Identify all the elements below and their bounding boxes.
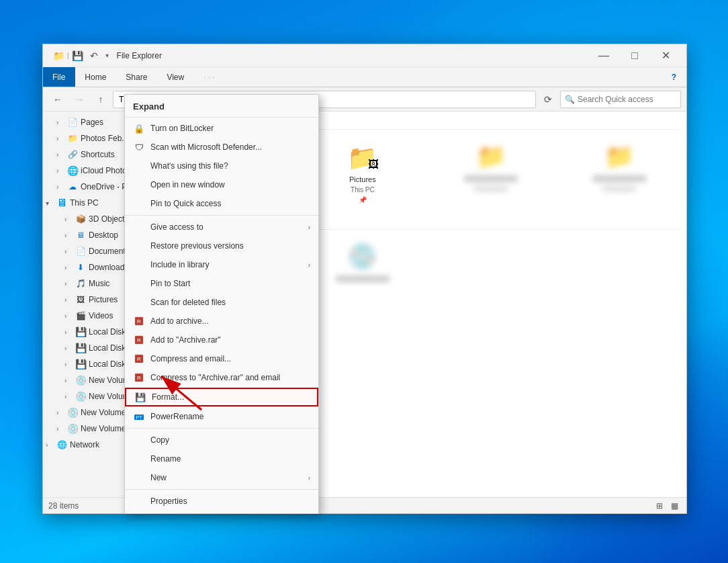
expand-icon: › bbox=[56, 409, 64, 417]
help-button[interactable]: ? bbox=[662, 67, 686, 87]
details-view-button[interactable]: ⊞ bbox=[653, 499, 666, 513]
content-item-pictures[interactable]: 📁 🖼 Pictures This PC 📌 bbox=[301, 135, 424, 209]
ctx-item-bitlocker[interactable]: 🔒 Turn on BitLocker bbox=[125, 119, 318, 138]
volume-f-icon: 💿 bbox=[67, 407, 78, 418]
ctx-label-rename: Rename bbox=[150, 454, 181, 464]
copy-icon bbox=[133, 434, 145, 446]
compress-email-icon: R bbox=[133, 353, 145, 365]
ctx-item-compress-email[interactable]: R Compress and email... bbox=[125, 349, 318, 368]
blurred-name-4 bbox=[592, 175, 646, 182]
folder-icon-qa[interactable]: 📁 bbox=[51, 48, 66, 63]
pin-icon bbox=[133, 198, 145, 210]
svg-text:R: R bbox=[137, 375, 141, 381]
up-button[interactable]: ↑ bbox=[91, 91, 110, 108]
sidebar-item-label: Desktop bbox=[89, 230, 118, 240]
blurred-sub-4 bbox=[602, 186, 636, 191]
expand-icon: › bbox=[56, 425, 64, 433]
folder-icon-4: 📁 bbox=[603, 140, 635, 173]
ctx-item-new[interactable]: New › bbox=[125, 468, 318, 487]
content-item-drive-blurred[interactable]: 💿 bbox=[301, 235, 424, 289]
scan-deleted-icon bbox=[133, 296, 145, 308]
ctx-label-compress-email: Compress and email... bbox=[150, 354, 231, 363]
svg-text:R: R bbox=[137, 337, 141, 343]
icloud-icon: 🌐 bbox=[67, 165, 78, 176]
large-icons-view-button[interactable]: ▦ bbox=[668, 499, 681, 513]
compress-rar-email-icon: R bbox=[133, 372, 145, 384]
ctx-item-open-window[interactable]: Open in new window bbox=[125, 175, 318, 194]
ctx-item-add-archive[interactable]: R Add to archive... bbox=[125, 312, 318, 331]
ctx-label-add-archive: Add to archive... bbox=[150, 316, 209, 326]
minimize-button[interactable]: — bbox=[588, 44, 619, 67]
drive-blurred-icon: 💿 bbox=[347, 241, 379, 273]
documents-icon: 📄 bbox=[75, 246, 86, 257]
pictures-folder-icon: 📁 🖼 bbox=[347, 140, 379, 173]
ctx-item-scan-deleted[interactable]: Scan for deleted files bbox=[125, 293, 318, 312]
ctx-label-whats-using: What's using this file? bbox=[150, 161, 228, 171]
save-icon-qa[interactable]: 💾 bbox=[71, 48, 85, 63]
ctx-item-pin-start[interactable]: Pin to Start bbox=[125, 274, 318, 293]
tab-view[interactable]: View bbox=[157, 67, 194, 87]
search-box[interactable]: 🔍 bbox=[560, 91, 681, 108]
ctx-label-scan-deleted: Scan for deleted files bbox=[150, 298, 226, 307]
open-window-icon bbox=[133, 179, 145, 191]
archive-icon: R bbox=[133, 315, 145, 327]
close-button[interactable]: ✕ bbox=[650, 44, 681, 67]
ctx-label-copy: Copy bbox=[150, 435, 169, 445]
ctx-item-format[interactable]: 💾 Format... bbox=[125, 388, 318, 406]
refresh-button[interactable]: ⟳ bbox=[539, 91, 557, 108]
ctx-label-pin-start: Pin to Start bbox=[150, 279, 190, 288]
separator-2 bbox=[125, 428, 318, 429]
blurred-drive-name bbox=[336, 275, 390, 282]
tab-home[interactable]: Home bbox=[75, 67, 116, 87]
tab-share[interactable]: Share bbox=[116, 67, 157, 87]
desktop-icon: 🖥 bbox=[75, 230, 86, 241]
tab-more[interactable]: · · · bbox=[194, 67, 225, 87]
sidebar-item-label: Shortcuts bbox=[81, 150, 115, 159]
downloads-icon: ⬇ bbox=[75, 262, 86, 273]
sidebar-item-label: 3D Objects bbox=[89, 214, 128, 224]
ctx-item-pin-quick[interactable]: Pin to Quick access bbox=[125, 194, 318, 213]
ctx-item-copy[interactable]: Copy bbox=[125, 431, 318, 449]
restore-icon bbox=[133, 240, 145, 252]
forward-button[interactable]: → bbox=[70, 91, 89, 108]
maximize-button[interactable]: □ bbox=[619, 44, 650, 67]
network-icon: 🌐 bbox=[56, 439, 67, 450]
sidebar-item-label: Pictures bbox=[89, 295, 118, 304]
ctx-item-properties[interactable]: Properties bbox=[125, 492, 318, 511]
library-icon bbox=[133, 259, 145, 271]
sidebar-item-label: Documents bbox=[89, 247, 130, 256]
item-count: 28 items bbox=[48, 501, 79, 511]
ctx-item-give-access[interactable]: Give access to › bbox=[125, 218, 318, 236]
pages-icon: 📄 bbox=[67, 117, 78, 128]
ctx-label-compress-rar-email: Compress to "Archive.rar" and email bbox=[150, 373, 280, 382]
ctx-item-compress-rar-email[interactable]: R Compress to "Archive.rar" and email bbox=[125, 368, 318, 387]
expand-icon: › bbox=[64, 377, 73, 384]
back-button[interactable]: ← bbox=[48, 91, 67, 108]
ctx-item-power-rename[interactable]: PT PowerRename bbox=[125, 407, 318, 426]
svg-text:PT: PT bbox=[136, 415, 143, 420]
ctx-item-defender[interactable]: 🛡 Scan with Microsoft Defender... bbox=[125, 138, 318, 157]
content-item-3[interactable]: 📁 bbox=[430, 135, 553, 209]
power-rename-icon: PT bbox=[133, 410, 145, 423]
ctx-item-add-archive-rar[interactable]: R Add to "Archive.rar" bbox=[125, 331, 318, 349]
search-icon: 🔍 bbox=[565, 95, 575, 104]
ctx-item-whats-using[interactable]: What's using this file? bbox=[125, 157, 318, 175]
window-title: File Explorer bbox=[117, 51, 588, 60]
drive-c-icon: 💾 bbox=[75, 327, 86, 337]
undo-icon-qa[interactable]: ↶ bbox=[87, 48, 101, 63]
volume-1-icon: 💿 bbox=[75, 375, 86, 386]
ctx-item-restore[interactable]: Restore previous versions bbox=[125, 236, 318, 255]
expand-icon: › bbox=[64, 264, 73, 271]
sidebar-item-label: Music bbox=[89, 279, 109, 288]
ctx-label-bitlocker: Turn on BitLocker bbox=[150, 124, 214, 133]
context-menu-header: Expand bbox=[125, 97, 318, 118]
sidebar-item-label: Downloads bbox=[89, 263, 128, 272]
search-input[interactable] bbox=[578, 95, 676, 104]
tab-file[interactable]: File bbox=[43, 67, 75, 87]
content-item-4[interactable]: 📁 bbox=[558, 135, 681, 209]
context-menu: Expand 🔒 Turn on BitLocker 🛡 Scan with M… bbox=[124, 94, 319, 514]
drive-j-icon: 💾 bbox=[75, 343, 86, 353]
ctx-item-library[interactable]: Include in library › bbox=[125, 255, 318, 274]
ctx-item-rename[interactable]: Rename bbox=[125, 449, 318, 468]
item-sub-pictures: This PC bbox=[351, 186, 375, 193]
